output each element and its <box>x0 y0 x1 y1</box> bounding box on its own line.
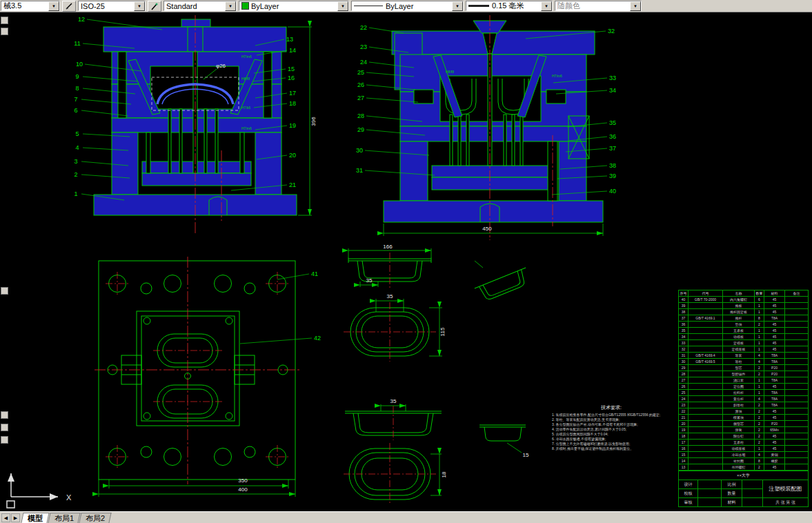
chevron-down-icon[interactable]: ▼ <box>452 1 463 11</box>
tech-note-line: 8. 开模时,推出要平稳,保证塑件制品及推杆顺利复位。 <box>552 446 671 451</box>
dim-style-combo[interactable]: ISO-25 ▼ <box>78 1 146 11</box>
text-style-value: 械3.5 <box>3 1 48 11</box>
pen-icon <box>150 2 159 10</box>
model-space-canvas[interactable]: X 12345678910111213141516171819202122232… <box>0 12 812 512</box>
color-control-combo[interactable]: ByLayer ▼ <box>239 1 349 11</box>
bom-header-cell: 材料 <box>764 290 785 297</box>
dimstyle-tool-button[interactable] <box>62 1 76 12</box>
bom-row: 21楔紧块245 <box>679 415 809 421</box>
bom-row: 13吊环螺钉245 <box>679 464 809 471</box>
bom-row: 40GB/T 70-2000内六角螺钉645 <box>679 297 809 303</box>
tech-note-line: 5. 合模后分型面局部间隙不大于0.04; <box>552 432 671 437</box>
tech-note-line: 1. 装模前应检查各零件,配合尺寸符合GB/T12555 和GB/T12556 … <box>552 413 671 417</box>
bom-header-cell: 代号 <box>689 290 723 297</box>
bom-header-cell: 名称 <box>723 290 755 297</box>
bom-row: 39推板145 <box>679 303 809 309</box>
bom-row: 18限位钉245 <box>679 433 809 440</box>
left-section-view <box>94 15 312 235</box>
bom-header-row: 序号代号名称数量材料备注 <box>679 290 809 297</box>
chevron-down-icon[interactable]: ▼ <box>225 1 236 11</box>
bom-row: 22滑块245 <box>679 408 809 415</box>
bom-row: 33定模板145 <box>679 340 809 346</box>
tech-note-line: 3. 各分型面应贴合严密,动作可靠,不得有卡死和干涉现象; <box>552 422 671 427</box>
bom-row: 34动模板145 <box>679 334 809 340</box>
chevron-down-icon[interactable]: ▼ <box>48 1 59 11</box>
bom-header-cell: 序号 <box>679 290 689 297</box>
part-detail-views <box>344 248 532 505</box>
lineweight-sample <box>468 5 489 7</box>
pencil-icon <box>65 2 73 10</box>
bom-row: 15冷却水嘴4黄铜 <box>679 452 809 458</box>
plotstyle-value: 随颜色 <box>557 1 630 11</box>
tab-layout2[interactable]: 布局2 <box>79 513 112 523</box>
textstyle-tool-button[interactable] <box>148 1 161 12</box>
ucs-icon: X <box>7 473 72 508</box>
current-text-style-value: Standard <box>166 2 225 10</box>
bom-row: 37GB/T 4169.1推杆8T8A <box>679 315 809 322</box>
chevron-down-icon[interactable]: ▼ <box>541 1 552 11</box>
lineweight-value: 0.15 毫米 <box>492 1 541 11</box>
title-block-material-label: 材料 <box>722 498 742 507</box>
bom-header-cell: 数量 <box>755 290 764 297</box>
title-block: ××大学 设计 比例 注塑模装配图 校核 数量 审核 材料 共 张 第 张 <box>678 471 809 507</box>
object-properties-toolbar: 械3.5 ▼ ISO-25 ▼ Standard ▼ ByLayer ▼ ByL… <box>0 0 812 12</box>
title-block-qty-label: 数量 <box>722 489 742 498</box>
chevron-down-icon[interactable]: ▼ <box>134 1 145 11</box>
tech-note-line: 4. 活动零件装配后运动灵活,累计间隙不大于0.05; <box>552 427 671 432</box>
bom-row: 23斜导柱2T8A <box>679 402 809 408</box>
bom-row: 29型芯2P20 <box>679 365 809 371</box>
dim-style-value: ISO-25 <box>81 2 134 10</box>
linetype-sample <box>354 6 383 6</box>
tech-note-line: 6. 冷却水路应畅通,不得有渗漏现象; <box>552 437 671 442</box>
tech-note-line: 7. 分型面上不允许有磕碰和打磨痕迹,以免影响使用; <box>552 442 671 446</box>
lineweight-control-combo[interactable]: 0.15 毫米 ▼ <box>466 1 553 11</box>
color-swatch <box>241 2 249 10</box>
bom-row: 31GB/T 4169.4导套4T8A <box>679 353 809 359</box>
bom-table: 序号代号名称数量材料备注 40GB/T 70-2000内六角螺钉64539推板1… <box>678 290 809 471</box>
tab-layout1[interactable]: 布局1 <box>48 513 80 523</box>
bom-row: 27浇口套1T8A <box>679 377 809 384</box>
bom-row: 38推杆固定板145 <box>679 309 809 315</box>
linetype-value: ByLayer <box>386 2 452 10</box>
ucs-x-label: X <box>66 493 72 502</box>
layout-tab-bar: ◀ ▶ 模型 布局1 布局2 <box>0 511 812 523</box>
title-block-design-label: 设计 <box>679 480 698 489</box>
tab-nav-right-icon[interactable]: ▶ <box>11 513 20 522</box>
plotstyle-control-combo[interactable]: 随颜色 ▼ <box>555 1 642 11</box>
bom-row: 26定位圈145 <box>679 384 809 390</box>
bom-row: 24复位杆4T8A <box>679 396 809 402</box>
bom-row: 32定模座板145 <box>679 346 809 353</box>
bom-row: 20侧型芯2P20 <box>679 421 809 427</box>
chevron-down-icon[interactable]: ▼ <box>630 1 641 11</box>
technical-requirements: 技术要求: 1. 装模前应检查各零件,配合尺寸符合GB/T12555 和GB/T… <box>552 404 671 451</box>
chevron-down-icon[interactable]: ▼ <box>337 1 348 11</box>
title-block-sheets: 共 张 第 张 <box>763 498 809 507</box>
bom-row: 19弹簧265Mn <box>679 427 809 433</box>
bom-row: 16动模座板145 <box>679 446 809 452</box>
tech-note-line: 2. 导柱、导套装配后应滑动灵活,无卡滞现象; <box>552 417 671 422</box>
technical-requirements-title: 技术要求: <box>552 404 671 411</box>
linetype-control-combo[interactable]: ByLayer ▼ <box>351 1 464 11</box>
tab-nav-buttons: ◀ ▶ <box>0 513 22 523</box>
tab-model[interactable]: 模型 <box>21 513 49 523</box>
title-block-check-label: 校核 <box>679 489 698 498</box>
plan-view <box>95 257 299 497</box>
bom-row: 30GB/T 4169.5导柱4T8A <box>679 359 809 365</box>
bom-row: 14密封圈8橡胶 <box>679 458 809 464</box>
title-block-school: ××大学 <box>679 471 809 480</box>
bom-row: 17支承柱245 <box>679 440 809 446</box>
bom-header-cell: 备注 <box>785 290 809 297</box>
bom-row: 25拉料杆1T8A <box>679 390 809 396</box>
text-style-combo[interactable]: 械3.5 ▼ <box>1 1 60 11</box>
title-block-audit-label: 审核 <box>679 498 698 507</box>
title-block-drawing-title: 注塑模装配图 <box>763 480 809 498</box>
bom-row: 28型腔镶件2P20 <box>679 371 809 377</box>
tab-nav-left-icon[interactable]: ◀ <box>1 513 10 522</box>
current-text-style-combo[interactable]: Standard ▼ <box>164 1 237 11</box>
title-block-scale-label: 比例 <box>722 480 742 489</box>
right-section-view <box>384 15 603 240</box>
bom-row: 35支承板145 <box>679 328 809 334</box>
bom-row: 36垫块245 <box>679 322 809 328</box>
parts-list: 序号代号名称数量材料备注 40GB/T 70-2000内六角螺钉64539推板1… <box>678 290 808 507</box>
color-value: ByLayer <box>251 2 337 10</box>
